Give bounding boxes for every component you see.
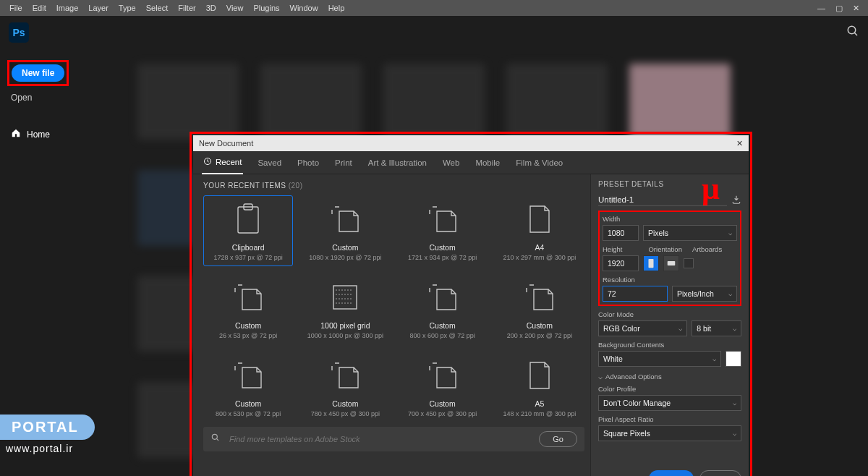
preset-dimensions: 148 x 210 mm @ 300 ppi xyxy=(503,410,576,417)
menu-layer[interactable]: Layer xyxy=(83,4,114,12)
preset-item[interactable]: A5148 x 210 mm @ 300 ppi xyxy=(495,352,584,422)
svg-line-1 xyxy=(854,33,857,35)
tab-mobile[interactable]: Mobile xyxy=(474,153,501,173)
tab-saved[interactable]: Saved xyxy=(256,153,283,173)
chevron-down-icon: ⌵ xyxy=(728,229,732,237)
preset-item[interactable]: Custom1080 x 1920 px @ 72 ppi xyxy=(300,195,390,266)
stock-go-button[interactable]: Go xyxy=(539,431,577,447)
preset-dimensions: 1721 x 934 px @ 72 ppi xyxy=(408,254,477,261)
dimensions-highlight: Width Pixels⌵ Height Orientation Artboar… xyxy=(598,211,741,306)
search-icon xyxy=(210,433,221,446)
tab-photo[interactable]: Photo xyxy=(296,153,320,173)
colormode-select[interactable]: RGB Color⌵ xyxy=(598,320,687,336)
orientation-landscape-button[interactable] xyxy=(663,255,679,271)
home-link[interactable]: Home xyxy=(11,128,116,140)
preset-name-input[interactable] xyxy=(598,194,727,206)
preset-item[interactable]: Clipboard1728 x 937 px @ 72 ppi xyxy=(203,195,293,266)
menu-filter[interactable]: Filter xyxy=(173,4,200,12)
chevron-down-icon: ⌵ xyxy=(728,290,732,297)
preset-item[interactable]: Custom200 x 200 px @ 72 ppi xyxy=(495,273,584,344)
colorprofile-select[interactable]: Don't Color Manage⌵ xyxy=(598,395,741,411)
portal-badge: PORTAL xyxy=(0,415,95,440)
orientation-label: Orientation xyxy=(648,245,681,253)
dialog-close-icon[interactable]: ✕ xyxy=(736,139,743,148)
clipboard-icon xyxy=(231,203,265,236)
preset-item[interactable]: Custom26 x 53 px @ 72 ppi xyxy=(203,273,293,344)
search-icon[interactable] xyxy=(846,25,859,41)
dialog-tabs: Recent Saved Photo Print Art & Illustrat… xyxy=(193,151,749,174)
close-window-icon[interactable]: ✕ xyxy=(853,4,859,13)
bg-color-swatch[interactable] xyxy=(726,351,741,367)
preset-item[interactable]: A4210 x 297 mm @ 300 ppi xyxy=(495,195,584,266)
width-label: Width xyxy=(603,215,737,223)
home-label: Home xyxy=(27,129,50,140)
bitdepth-select[interactable]: 8 bit⌵ xyxy=(692,320,741,336)
dialog-titlebar: New Document ✕ xyxy=(193,135,749,151)
menubar: File Edit Image Layer Type Select Filter… xyxy=(0,0,868,16)
tab-film[interactable]: Film & Video xyxy=(514,153,564,173)
artboards-checkbox[interactable] xyxy=(684,258,694,268)
menu-file[interactable]: File xyxy=(4,4,27,12)
portal-url: www.portal.ir xyxy=(6,443,73,454)
preset-item[interactable]: Custom780 x 450 px @ 300 ppi xyxy=(300,352,390,422)
preset-name: Clipboard xyxy=(232,243,265,252)
doc-icon xyxy=(328,203,362,236)
width-unit-select[interactable]: Pixels⌵ xyxy=(643,225,737,241)
preset-dimensions: 700 x 450 px @ 300 ppi xyxy=(408,410,477,417)
bgcontents-select[interactable]: White⌵ xyxy=(598,351,721,367)
preset-item[interactable]: Custom800 x 530 px @ 72 ppi xyxy=(203,352,293,422)
stock-search-input[interactable] xyxy=(229,435,530,443)
tab-recent[interactable]: Recent xyxy=(202,151,243,174)
preset-item[interactable]: Custom1721 x 934 px @ 72 ppi xyxy=(398,195,488,266)
chevron-down-icon: ⌵ xyxy=(678,325,682,332)
open-link[interactable]: Open xyxy=(11,93,116,103)
resolution-input[interactable] xyxy=(603,286,668,302)
menu-plugins[interactable]: Plugins xyxy=(248,4,284,12)
create-button[interactable]: Create xyxy=(649,470,694,476)
recent-icon xyxy=(203,157,212,167)
menu-3d[interactable]: 3D xyxy=(201,4,221,12)
width-input[interactable] xyxy=(603,225,639,241)
menu-view[interactable]: View xyxy=(221,4,249,12)
resolution-unit-select[interactable]: Pixels/Inch⌵ xyxy=(672,286,737,302)
menu-type[interactable]: Type xyxy=(114,4,141,12)
tab-web[interactable]: Web xyxy=(441,153,461,173)
svg-point-0 xyxy=(848,26,856,34)
doc-icon xyxy=(328,359,362,392)
colorprofile-label: Color Profile xyxy=(598,385,741,393)
menu-edit[interactable]: Edit xyxy=(27,4,51,12)
tab-art[interactable]: Art & Illustration xyxy=(367,153,428,173)
preset-item[interactable]: Custom800 x 600 px @ 72 ppi xyxy=(398,273,488,344)
colormode-label: Color Mode xyxy=(598,310,741,318)
close-button[interactable]: Close xyxy=(699,470,741,476)
advanced-options-toggle[interactable]: ⌵Advanced Options xyxy=(598,373,741,381)
height-input[interactable] xyxy=(603,255,639,271)
preset-dimensions: 210 x 297 mm @ 300 ppi xyxy=(503,254,576,261)
dialog-highlight: New Document ✕ Recent Saved Photo Print … xyxy=(190,132,752,476)
maximize-icon[interactable]: ▢ xyxy=(835,4,843,13)
orientation-portrait-button[interactable] xyxy=(643,255,659,271)
new-file-button[interactable]: New file xyxy=(12,64,64,82)
details-header: PRESET DETAILS xyxy=(598,180,741,188)
preset-dimensions: 1080 x 1920 px @ 72 ppi xyxy=(309,254,381,261)
menu-help[interactable]: Help xyxy=(323,4,350,12)
preset-name: Custom xyxy=(430,399,456,408)
menu-select[interactable]: Select xyxy=(141,4,174,12)
chevron-down-icon: ⌵ xyxy=(733,430,736,437)
menu-window[interactable]: Window xyxy=(285,4,323,12)
chevron-down-icon: ⌵ xyxy=(598,373,603,381)
save-preset-icon[interactable] xyxy=(731,195,741,206)
preset-dimensions: 200 x 200 px @ 72 ppi xyxy=(507,332,572,339)
tab-print[interactable]: Print xyxy=(333,153,354,173)
minimize-icon[interactable]: — xyxy=(817,4,825,13)
preset-details-panel: µ PRESET DETAILS Width Pixels⌵ Height xyxy=(591,174,749,476)
chevron-down-icon: ⌵ xyxy=(733,325,736,332)
aspect-select[interactable]: Square Pixels⌵ xyxy=(598,425,741,441)
app-logo: Ps xyxy=(9,22,29,43)
preset-item[interactable]: 1000 pixel grid1000 x 1000 px @ 300 ppi xyxy=(300,273,390,344)
doc-icon xyxy=(231,281,265,314)
artboards-label: Artboards xyxy=(692,245,722,253)
preset-item[interactable]: Custom700 x 450 px @ 300 ppi xyxy=(398,352,488,422)
preset-dimensions: 780 x 450 px @ 300 ppi xyxy=(311,410,380,417)
menu-image[interactable]: Image xyxy=(51,4,84,12)
